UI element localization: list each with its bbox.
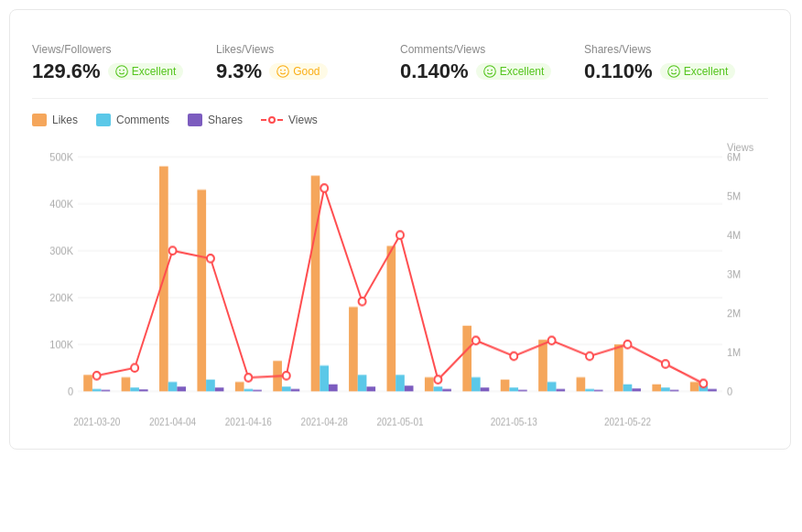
metric-label: Views/Followers	[32, 43, 216, 56]
svg-point-7	[487, 70, 489, 71]
metric-label: Shares/Views	[584, 43, 768, 56]
svg-point-1	[119, 70, 121, 71]
legend-label-views: Views	[288, 114, 318, 126]
legend-color-comments	[96, 114, 111, 126]
svg-point-11	[675, 70, 677, 71]
svg-point-4	[280, 70, 282, 71]
metric-item: Views/Followers 129.6% Excellent	[32, 43, 216, 83]
metric-value-row: 0.110% Excellent	[584, 60, 768, 83]
legend-label-likes: Likes	[52, 114, 78, 126]
legend-item-views: Views	[261, 114, 318, 126]
legend-item-likes: Likes	[32, 114, 78, 126]
legend-label-comments: Comments	[116, 114, 169, 126]
metric-value: 9.3%	[216, 60, 262, 83]
metric-value: 0.140%	[400, 60, 469, 83]
metric-label: Comments/Views	[400, 43, 584, 56]
svg-point-6	[483, 66, 495, 78]
metric-label: Likes/Views	[216, 43, 400, 56]
metric-value-row: 129.6% Excellent	[32, 60, 216, 83]
smiley-icon	[115, 65, 128, 78]
chart-container	[32, 137, 768, 430]
svg-point-10	[671, 70, 673, 71]
svg-point-8	[491, 70, 493, 71]
legend-item-comments: Comments	[96, 114, 169, 126]
metric-value: 0.110%	[584, 60, 653, 83]
metric-value: 129.6%	[32, 60, 101, 83]
metric-badge: Excellent	[660, 63, 736, 80]
metrics-row: Views/Followers 129.6% Excellent Likes/V…	[32, 43, 768, 99]
metric-item: Comments/Views 0.140% Excellent	[400, 43, 584, 83]
metric-item: Likes/Views 9.3% Good	[216, 43, 400, 83]
legend-color-likes	[32, 114, 47, 126]
svg-point-0	[115, 66, 127, 78]
smiley-icon	[483, 65, 496, 78]
metric-badge: Excellent	[108, 63, 184, 80]
metric-badge: Good	[269, 63, 327, 80]
average-interaction-card: Views/Followers 129.6% Excellent Likes/V…	[9, 9, 791, 450]
legend-color-shares	[188, 114, 202, 126]
legend-label-shares: Shares	[208, 114, 243, 126]
smiley-icon	[276, 65, 289, 78]
svg-point-2	[123, 70, 125, 71]
svg-point-5	[284, 70, 286, 71]
legend-row: Likes Comments Shares Views	[32, 114, 768, 126]
metric-badge: Excellent	[476, 63, 552, 80]
legend-item-shares: Shares	[188, 114, 243, 126]
svg-point-9	[667, 66, 679, 78]
smiley-icon	[667, 65, 680, 78]
svg-point-3	[277, 66, 289, 78]
metric-item: Shares/Views 0.110% Excellent	[584, 43, 768, 83]
legend-circle-views	[268, 116, 276, 124]
metric-value-row: 9.3% Good	[216, 60, 400, 83]
metric-value-row: 0.140% Excellent	[400, 60, 584, 83]
chart-canvas	[32, 137, 768, 430]
legend-line-views	[261, 116, 283, 124]
